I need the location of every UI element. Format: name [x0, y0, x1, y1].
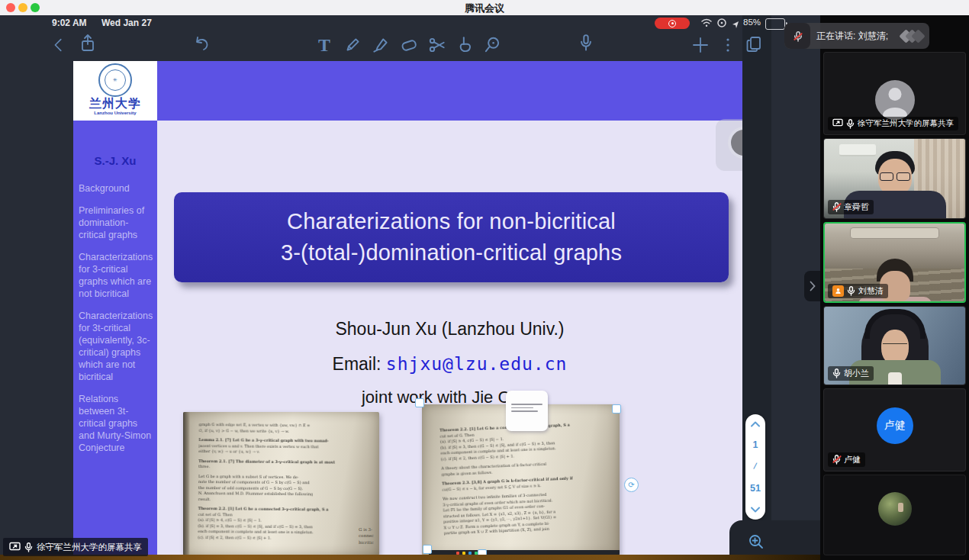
- participant-tile-active-speaker[interactable]: 刘慧清: [823, 222, 966, 303]
- rotate-handle[interactable]: ⟳: [624, 478, 639, 492]
- member-badge-icon: [832, 285, 844, 297]
- paper-left-margin-fragment: G is 3-connecbicritic: [359, 526, 378, 546]
- pages-button[interactable]: [742, 33, 765, 56]
- window-title: 腾讯会议: [0, 0, 969, 15]
- screen-share-icon: [832, 118, 843, 129]
- participant-name: 章舜哲: [844, 201, 869, 213]
- chevron-right-icon: [810, 281, 816, 291]
- mic-muted-icon: [832, 202, 841, 212]
- avatar-placeholder: [875, 80, 915, 120]
- participant-name: 徐守军兰州大学的屏幕共享: [858, 118, 954, 129]
- participant-name: 刘慧清: [858, 285, 884, 297]
- pen-tool-button[interactable]: [341, 34, 364, 56]
- email-value: shjxu@lzu.edu.cn: [386, 354, 568, 374]
- undo-button[interactable]: [191, 34, 214, 56]
- paper-right-text: Theorem 2.2. [1] Let G be a connected 3-…: [439, 420, 612, 536]
- scissors-tool-button[interactable]: [426, 34, 449, 56]
- name-avatar: 卢健: [877, 407, 913, 444]
- collapse-panel-button[interactable]: [804, 271, 821, 301]
- slide-top-band: [73, 61, 742, 121]
- wifi-icon: [700, 18, 713, 31]
- status-time: 9:02 AM: [52, 18, 87, 28]
- screen-share-overlay: 徐守军兰州大学的屏幕共享: [3, 538, 148, 556]
- page-navigator: 1 / 51: [745, 414, 765, 520]
- university-name-cn: 兰州大学: [89, 97, 141, 111]
- battery-percentage: 85%: [743, 18, 761, 27]
- page-current: 1: [753, 440, 758, 451]
- pointer-hand-tool-button[interactable]: [454, 34, 477, 56]
- recording-indicator: [655, 18, 690, 29]
- toc-author: S.-J. Xu: [73, 154, 157, 167]
- slide-author: Shou-Jun Xu (Lanzhou Univ.): [157, 319, 742, 340]
- active-speaker-banner: 正在讲话: 刘慧清;: [784, 23, 929, 49]
- speaking-label: 正在讲话: 刘慧清;: [810, 30, 894, 43]
- magnifier-plus-icon: [747, 533, 765, 551]
- slide-toc-sidebar: S.-J. Xu BackgroundPreliminaries of domi…: [73, 121, 157, 555]
- macos-titlebar: 腾讯会议: [0, 0, 969, 16]
- slide-title-line2: 3-(total-)domination-critical graphs: [281, 237, 622, 269]
- paper-left-text: graph G with edge set E, a vertex w with…: [198, 422, 368, 542]
- selection-handle-top-right[interactable]: [612, 404, 621, 414]
- back-button[interactable]: [47, 34, 70, 56]
- participant-tile-sharer[interactable]: 徐守军兰州大学的屏幕共享: [823, 52, 966, 135]
- toc-list: BackgroundPreliminaries of domination-cr…: [73, 182, 157, 454]
- screen-share-icon: [9, 542, 21, 553]
- participant-tile-partial[interactable]: [823, 475, 966, 555]
- laser-pointer-tool-button[interactable]: [481, 34, 504, 56]
- university-name-en: Lanzhou University: [94, 111, 136, 115]
- university-logo: ✳ 兰州大学 Lanzhou University: [73, 61, 157, 121]
- mic-on-icon: [847, 286, 855, 296]
- page-down-icon[interactable]: [750, 507, 761, 513]
- microphone-button[interactable]: [575, 33, 597, 56]
- presentation-slide: ✳ 兰州大学 Lanzhou University S.-J. Xu Backg…: [73, 61, 742, 555]
- eraser-tool-button[interactable]: [398, 34, 420, 56]
- university-seal-icon: ✳: [98, 63, 132, 97]
- add-button[interactable]: [689, 34, 712, 56]
- slide-title-box: Charaterizations for non-bicritical 3-(t…: [174, 192, 729, 282]
- slide-title-line1: Charaterizations for non-bicritical: [287, 206, 616, 237]
- mic-on-icon: [846, 119, 855, 129]
- participant-tile-video[interactable]: 胡小兰: [823, 306, 966, 385]
- share-export-button[interactable]: [76, 32, 99, 55]
- page-up-icon[interactable]: [750, 421, 761, 427]
- rotation-lock-icon: [716, 18, 727, 31]
- email-label: Email:: [333, 354, 381, 374]
- more-menu-button[interactable]: [716, 34, 739, 56]
- zoom-button[interactable]: [746, 532, 766, 552]
- participant-tile-no-video[interactable]: 卢健 卢健: [823, 388, 966, 471]
- selection-handle-bottom-left[interactable]: [423, 545, 432, 554]
- floating-note-widget[interactable]: [506, 391, 548, 431]
- meeting-logo-icon: [901, 31, 929, 41]
- slide-email-line: Email: shjxu@lzu.edu.cn: [157, 354, 742, 375]
- banner-mic-muted-icon[interactable]: [784, 23, 810, 49]
- mic-on-icon: [832, 369, 841, 378]
- record-icon: [668, 20, 676, 27]
- screen-share-label: 徐守军兰州大学的屏幕共享: [37, 542, 142, 553]
- mic-muted-icon: [832, 455, 841, 465]
- participant-tile-video[interactable]: 章舜哲: [823, 138, 966, 219]
- mic-icon: [24, 542, 33, 552]
- selection-handle-top-left[interactable]: [415, 398, 424, 407]
- text-tool-button[interactable]: T: [313, 34, 336, 56]
- page-separator: /: [753, 463, 757, 471]
- participant-name: 胡小兰: [844, 368, 869, 379]
- page-total: 51: [750, 484, 761, 494]
- location-icon: [731, 18, 740, 32]
- highlighter-tool-button[interactable]: [369, 34, 392, 56]
- app-root: 腾讯会议 9:02 AM Wed Jan 27 85% T: [0, 0, 969, 560]
- participant-name: 卢健: [844, 454, 861, 465]
- photo-avatar: [878, 492, 912, 526]
- paper-photo-left: graph G with edge set E, a vertex w with…: [183, 412, 379, 555]
- status-date: Wed Jan 27: [101, 18, 152, 28]
